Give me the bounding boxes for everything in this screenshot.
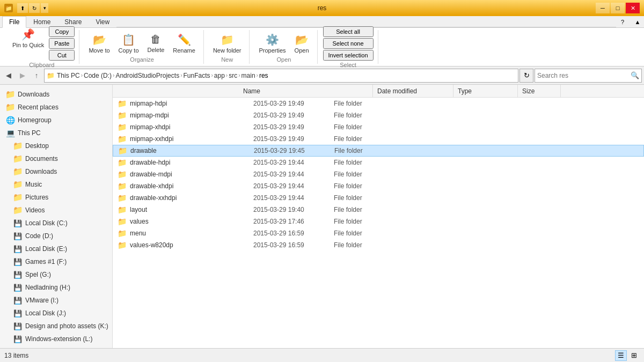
move-to-btn[interactable]: 📂 Move to: [85, 32, 113, 55]
file-type: File folder: [334, 100, 398, 107]
sidebar-item-desktop[interactable]: 📁Desktop: [0, 139, 112, 152]
sidebar-label: Design and photo assets (K:): [25, 322, 108, 330]
sidebar-item-videos[interactable]: 📁Videos: [0, 204, 112, 217]
sidebar-label: Music: [25, 181, 42, 188]
search-input[interactable]: [537, 72, 631, 79]
addr-segment-main: main: [241, 72, 255, 79]
ribbon-tabs: File Home Share View ? ▲: [0, 16, 644, 28]
properties-btn[interactable]: ⚙️ Properties: [255, 32, 289, 55]
maximize-button[interactable]: □: [611, 3, 625, 13]
col-header-name[interactable]: Name: [239, 85, 373, 97]
sidebar-item-recent-places[interactable]: 📁Recent places: [0, 101, 112, 114]
new-folder-btn[interactable]: 📁 New folder: [209, 32, 245, 55]
sidebar-item-music[interactable]: 📁Music: [0, 178, 112, 191]
sidebar-item-design-k[interactable]: 💾Design and photo assets (K:): [0, 320, 112, 333]
sidebar-item-local-e[interactable]: 💾Local Disk (E:): [0, 242, 112, 255]
sidebar-item-downloads[interactable]: 📁Downloads: [0, 88, 112, 101]
addr-segment-folder-icon: 📁: [47, 72, 55, 79]
rename-btn[interactable]: ✏️ Rename: [169, 32, 199, 55]
close-button[interactable]: ✕: [626, 3, 640, 13]
ribbon-group-new: 📁 New folder New: [205, 30, 250, 64]
forward-button[interactable]: ▶: [16, 69, 29, 82]
minimize-button[interactable]: ─: [596, 3, 610, 13]
search-box[interactable]: 🔍: [535, 69, 642, 83]
file-type: File folder: [334, 171, 398, 178]
quick-access-dropdown[interactable]: ▾: [41, 3, 48, 13]
open-btn[interactable]: 📂 Open: [291, 32, 313, 55]
table-row[interactable]: 📁mipmap-hdpi2015-03-29 19:49File folder: [113, 98, 644, 109]
sidebar-label: Local Disk (J:): [25, 309, 66, 317]
sidebar-item-this-pc[interactable]: 💻This PC: [0, 127, 112, 139]
sidebar-item-windows-l[interactable]: 💾Windows-extension (L:): [0, 333, 112, 345]
sidebar-item-local-j[interactable]: 💾Local Disk (J:): [0, 307, 112, 320]
table-row[interactable]: 📁drawable-xxhdpi2015-03-29 19:44File fol…: [113, 192, 644, 204]
folder-icon: 📁: [5, 90, 16, 99]
quick-access-btn[interactable]: ⬆: [17, 3, 28, 13]
table-row[interactable]: 📁values2015-03-29 17:46File folder: [113, 216, 644, 227]
select-all-btn[interactable]: Select all: [323, 26, 374, 37]
sidebar-item-spel-g[interactable]: 💾Spel (G:): [0, 268, 112, 281]
folder-icon: 📁: [5, 102, 16, 112]
sidebar-item-homegroup[interactable]: 🌐Homegroup: [0, 114, 112, 127]
quick-access-btn2[interactable]: ↻: [29, 3, 40, 13]
table-row[interactable]: 📁drawable2015-03-29 19:45File folder: [113, 145, 644, 157]
sidebar-item-local-c[interactable]: 💾Local Disk (C:): [0, 217, 112, 230]
invert-selection-btn[interactable]: Invert selection: [323, 50, 374, 61]
sidebar-item-code-d[interactable]: 💾Code (D:): [0, 230, 112, 242]
open-label: Open: [277, 56, 291, 63]
table-row[interactable]: 📁mipmap-xhdpi2015-03-29 19:49File folder: [113, 121, 644, 133]
file-name: mipmap-xhdpi: [130, 123, 253, 131]
sidebar-item-nedladning-h[interactable]: 💾Nedladning (H:): [0, 281, 112, 294]
tab-view[interactable]: View: [89, 16, 116, 27]
cut-btn[interactable]: Cut: [49, 50, 75, 61]
file-date: 2015-03-29 19:49: [253, 112, 334, 119]
delete-btn[interactable]: 🗑 Delete: [144, 32, 169, 55]
col-header-size[interactable]: Size: [518, 85, 561, 97]
ribbon-help-btn[interactable]: ?: [616, 17, 629, 27]
file-type: File folder: [334, 159, 398, 166]
file-list: 📁mipmap-hdpi2015-03-29 19:49File folder📁…: [113, 98, 644, 348]
address-bar[interactable]: 📁 This PC › Code (D:) › AndroidStudioPro…: [44, 69, 518, 83]
copy-btn[interactable]: Copy: [49, 26, 75, 37]
paste-btn[interactable]: Paste: [49, 38, 75, 49]
folder-icon: 📁: [117, 217, 127, 226]
back-button[interactable]: ◀: [2, 69, 15, 82]
folder-icon: 📁: [117, 240, 127, 250]
large-icons-view-btn[interactable]: ⊞: [628, 350, 640, 361]
ribbon-collapse-btn[interactable]: ▲: [631, 17, 644, 27]
table-row[interactable]: 📁mipmap-mdpi2015-03-29 19:49File folder: [113, 109, 644, 121]
table-row[interactable]: 📁drawable-hdpi2015-03-29 19:44File folde…: [113, 157, 644, 168]
sidebar-item-pictures[interactable]: 📁Pictures: [0, 191, 112, 204]
table-row[interactable]: 📁values-w820dp2015-03-29 16:59File folde…: [113, 239, 644, 251]
table-row[interactable]: 📁drawable-xhdpi2015-03-29 19:44File fold…: [113, 180, 644, 192]
refresh-button[interactable]: ↻: [519, 69, 533, 83]
nav-bar: ◀ ▶ ↑ 📁 This PC › Code (D:) › AndroidStu…: [0, 67, 644, 85]
table-row[interactable]: 📁drawable-mdpi2015-03-29 19:44File folde…: [113, 168, 644, 180]
folder-icon: 📁: [117, 134, 127, 144]
folder-icon: 📁: [117, 122, 127, 132]
drive-icon: 💾: [13, 284, 22, 292]
details-view-btn[interactable]: ☰: [615, 350, 627, 361]
table-row[interactable]: 📁mipmap-xxhdpi2015-03-29 19:49File folde…: [113, 133, 644, 145]
copy-to-btn[interactable]: 📋 Copy to: [115, 32, 143, 55]
sidebar-item-plex-m[interactable]: 💾Plex (M:): [0, 345, 112, 348]
col-header-type[interactable]: Type: [453, 85, 518, 97]
select-none-btn[interactable]: Select none: [323, 38, 374, 49]
sidebar-label: Local Disk (E:): [25, 245, 67, 253]
sidebar-item-vmware-i[interactable]: 💾VMware (I:): [0, 294, 112, 307]
pin-btn[interactable]: 📌 Pin to Quick: [9, 26, 48, 61]
table-row[interactable]: 📁layout2015-03-29 19:40File folder: [113, 204, 644, 216]
properties-icon: ⚙️: [266, 33, 279, 46]
sidebar: 📁Downloads📁Recent places🌐Homegroup💻This …: [0, 85, 113, 348]
sidebar-label: This PC: [18, 129, 41, 137]
sidebar-item-games-f[interactable]: 💾Games #1 (F:): [0, 255, 112, 268]
col-header-date[interactable]: Date modified: [373, 85, 453, 97]
sidebar-item-downloads2[interactable]: 📁Downloads: [0, 165, 112, 178]
file-type: File folder: [334, 206, 398, 213]
table-row[interactable]: 📁menu2015-03-29 16:59File folder: [113, 227, 644, 239]
drive-icon: 💾: [13, 335, 22, 343]
up-button[interactable]: ↑: [30, 69, 43, 82]
sidebar-item-documents[interactable]: 📁Documents: [0, 152, 112, 165]
folder-icon: 📁: [117, 228, 127, 238]
folder-icon: 📁: [13, 141, 23, 151]
